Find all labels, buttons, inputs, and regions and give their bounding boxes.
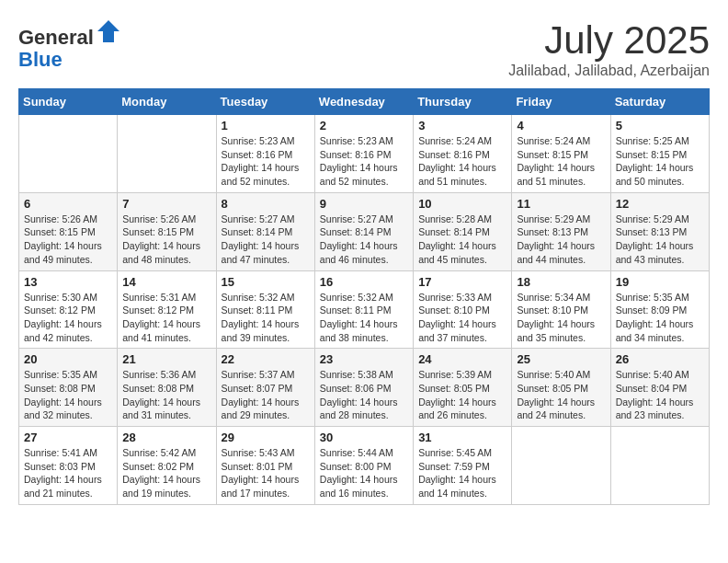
calendar-cell bbox=[118, 115, 216, 193]
day-info: Sunrise: 5:39 AMSunset: 8:05 PMDaylight:… bbox=[418, 368, 506, 422]
day-info: Sunrise: 5:26 AMSunset: 8:15 PMDaylight:… bbox=[122, 213, 210, 267]
day-number: 7 bbox=[122, 197, 210, 211]
day-number: 27 bbox=[24, 431, 112, 444]
calendar-cell bbox=[19, 115, 118, 193]
day-info: Sunrise: 5:33 AMSunset: 8:10 PMDaylight:… bbox=[418, 291, 506, 345]
day-info: Sunrise: 5:26 AMSunset: 8:15 PMDaylight:… bbox=[24, 213, 112, 267]
calendar-cell: 26Sunrise: 5:40 AMSunset: 8:04 PMDayligh… bbox=[610, 349, 709, 427]
day-number: 28 bbox=[122, 431, 210, 444]
day-info: Sunrise: 5:25 AMSunset: 8:15 PMDaylight:… bbox=[616, 134, 704, 189]
day-info: Sunrise: 5:37 AMSunset: 8:07 PMDaylight:… bbox=[222, 368, 310, 422]
svg-marker-0 bbox=[97, 20, 119, 42]
day-info: Sunrise: 5:34 AMSunset: 8:10 PMDaylight:… bbox=[517, 291, 605, 345]
calendar-cell: 2Sunrise: 5:23 AMSunset: 8:16 PMDaylight… bbox=[314, 115, 413, 193]
calendar-week-row: 6Sunrise: 5:26 AMSunset: 8:15 PMDaylight… bbox=[19, 192, 710, 270]
day-number: 5 bbox=[616, 119, 704, 132]
day-info: Sunrise: 5:23 AMSunset: 8:16 PMDaylight:… bbox=[320, 134, 408, 189]
day-info: Sunrise: 5:30 AMSunset: 8:12 PMDaylight:… bbox=[24, 291, 112, 345]
day-info: Sunrise: 5:45 AMSunset: 7:59 PMDaylight:… bbox=[418, 446, 506, 500]
calendar-cell: 15Sunrise: 5:32 AMSunset: 8:11 PMDayligh… bbox=[216, 270, 314, 349]
calendar-cell: 10Sunrise: 5:28 AMSunset: 8:14 PMDayligh… bbox=[414, 192, 512, 270]
day-info: Sunrise: 5:32 AMSunset: 8:11 PMDaylight:… bbox=[320, 291, 408, 345]
calendar-cell: 12Sunrise: 5:29 AMSunset: 8:13 PMDayligh… bbox=[610, 192, 709, 270]
calendar-table: SundayMondayTuesdayWednesdayThursdayFrid… bbox=[18, 88, 710, 505]
day-number: 21 bbox=[122, 352, 210, 366]
calendar-cell: 23Sunrise: 5:38 AMSunset: 8:06 PMDayligh… bbox=[314, 349, 413, 427]
calendar-cell: 24Sunrise: 5:39 AMSunset: 8:05 PMDayligh… bbox=[414, 349, 512, 427]
day-number: 9 bbox=[320, 197, 408, 211]
day-number: 10 bbox=[418, 197, 506, 211]
day-number: 31 bbox=[418, 431, 506, 444]
calendar-cell bbox=[512, 427, 610, 505]
month-title: July 2025 bbox=[508, 18, 710, 63]
calendar-week-row: 27Sunrise: 5:41 AMSunset: 8:03 PMDayligh… bbox=[19, 427, 710, 505]
calendar-cell: 19Sunrise: 5:35 AMSunset: 8:09 PMDayligh… bbox=[610, 270, 709, 349]
weekday-header-sunday: Sunday bbox=[19, 89, 118, 115]
day-number: 16 bbox=[320, 275, 408, 289]
day-number: 1 bbox=[222, 119, 310, 132]
day-number: 8 bbox=[222, 197, 310, 211]
calendar-cell: 5Sunrise: 5:25 AMSunset: 8:15 PMDaylight… bbox=[610, 115, 709, 193]
calendar-cell: 21Sunrise: 5:36 AMSunset: 8:08 PMDayligh… bbox=[118, 349, 216, 427]
day-info: Sunrise: 5:32 AMSunset: 8:11 PMDaylight:… bbox=[222, 291, 310, 345]
calendar-week-row: 1Sunrise: 5:23 AMSunset: 8:16 PMDaylight… bbox=[19, 115, 710, 193]
calendar-cell: 3Sunrise: 5:24 AMSunset: 8:16 PMDaylight… bbox=[414, 115, 512, 193]
calendar-cell: 17Sunrise: 5:33 AMSunset: 8:10 PMDayligh… bbox=[414, 270, 512, 349]
calendar-cell: 6Sunrise: 5:26 AMSunset: 8:15 PMDaylight… bbox=[19, 192, 118, 270]
day-number: 13 bbox=[24, 275, 112, 289]
calendar-cell: 13Sunrise: 5:30 AMSunset: 8:12 PMDayligh… bbox=[19, 270, 118, 349]
calendar-cell: 31Sunrise: 5:45 AMSunset: 7:59 PMDayligh… bbox=[414, 427, 512, 505]
day-info: Sunrise: 5:41 AMSunset: 8:03 PMDaylight:… bbox=[24, 446, 112, 500]
day-number: 12 bbox=[616, 197, 704, 211]
logo: General Blue bbox=[18, 18, 121, 71]
day-number: 24 bbox=[418, 352, 506, 366]
calendar-cell: 29Sunrise: 5:43 AMSunset: 8:01 PMDayligh… bbox=[216, 427, 314, 505]
calendar-cell: 25Sunrise: 5:40 AMSunset: 8:05 PMDayligh… bbox=[512, 349, 610, 427]
calendar-week-row: 13Sunrise: 5:30 AMSunset: 8:12 PMDayligh… bbox=[19, 270, 710, 349]
day-number: 11 bbox=[517, 197, 605, 211]
calendar-week-row: 20Sunrise: 5:35 AMSunset: 8:08 PMDayligh… bbox=[19, 349, 710, 427]
day-info: Sunrise: 5:29 AMSunset: 8:13 PMDaylight:… bbox=[517, 213, 605, 267]
location-title: Jalilabad, Jalilabad, Azerbaijan bbox=[508, 63, 710, 79]
calendar-cell: 14Sunrise: 5:31 AMSunset: 8:12 PMDayligh… bbox=[118, 270, 216, 349]
day-info: Sunrise: 5:28 AMSunset: 8:14 PMDaylight:… bbox=[418, 213, 506, 267]
calendar-cell: 30Sunrise: 5:44 AMSunset: 8:00 PMDayligh… bbox=[314, 427, 413, 505]
calendar-cell: 27Sunrise: 5:41 AMSunset: 8:03 PMDayligh… bbox=[19, 427, 118, 505]
calendar-cell: 18Sunrise: 5:34 AMSunset: 8:10 PMDayligh… bbox=[512, 270, 610, 349]
page-header: General Blue July 2025 Jalilabad, Jalila… bbox=[18, 18, 710, 79]
day-info: Sunrise: 5:40 AMSunset: 8:04 PMDaylight:… bbox=[616, 368, 704, 422]
day-info: Sunrise: 5:29 AMSunset: 8:13 PMDaylight:… bbox=[616, 213, 704, 267]
weekday-header-thursday: Thursday bbox=[414, 89, 512, 115]
calendar-cell: 11Sunrise: 5:29 AMSunset: 8:13 PMDayligh… bbox=[512, 192, 610, 270]
calendar-cell: 9Sunrise: 5:27 AMSunset: 8:14 PMDaylight… bbox=[314, 192, 413, 270]
calendar-cell: 1Sunrise: 5:23 AMSunset: 8:16 PMDaylight… bbox=[216, 115, 314, 193]
calendar-cell: 28Sunrise: 5:42 AMSunset: 8:02 PMDayligh… bbox=[118, 427, 216, 505]
day-info: Sunrise: 5:23 AMSunset: 8:16 PMDaylight:… bbox=[222, 134, 310, 189]
day-number: 19 bbox=[616, 275, 704, 289]
day-info: Sunrise: 5:24 AMSunset: 8:16 PMDaylight:… bbox=[418, 134, 506, 189]
calendar-cell: 8Sunrise: 5:27 AMSunset: 8:14 PMDaylight… bbox=[216, 192, 314, 270]
day-number: 17 bbox=[418, 275, 506, 289]
day-info: Sunrise: 5:27 AMSunset: 8:14 PMDaylight:… bbox=[320, 213, 408, 267]
day-info: Sunrise: 5:43 AMSunset: 8:01 PMDaylight:… bbox=[222, 446, 310, 500]
calendar-cell: 20Sunrise: 5:35 AMSunset: 8:08 PMDayligh… bbox=[19, 349, 118, 427]
weekday-header-friday: Friday bbox=[512, 89, 610, 115]
day-number: 3 bbox=[418, 119, 506, 132]
logo-blue-text: Blue bbox=[18, 48, 63, 71]
day-number: 26 bbox=[616, 352, 704, 366]
day-number: 15 bbox=[222, 275, 310, 289]
calendar-cell: 22Sunrise: 5:37 AMSunset: 8:07 PMDayligh… bbox=[216, 349, 314, 427]
day-number: 2 bbox=[320, 119, 408, 132]
day-info: Sunrise: 5:38 AMSunset: 8:06 PMDaylight:… bbox=[320, 368, 408, 422]
day-info: Sunrise: 5:44 AMSunset: 8:00 PMDaylight:… bbox=[320, 446, 408, 500]
weekday-header-tuesday: Tuesday bbox=[216, 89, 314, 115]
day-info: Sunrise: 5:24 AMSunset: 8:15 PMDaylight:… bbox=[517, 134, 605, 189]
day-number: 22 bbox=[222, 352, 310, 366]
day-number: 20 bbox=[24, 352, 112, 366]
day-info: Sunrise: 5:35 AMSunset: 8:08 PMDaylight:… bbox=[24, 368, 112, 422]
day-info: Sunrise: 5:40 AMSunset: 8:05 PMDaylight:… bbox=[517, 368, 605, 422]
day-info: Sunrise: 5:27 AMSunset: 8:14 PMDaylight:… bbox=[222, 213, 310, 267]
logo-icon bbox=[96, 18, 121, 44]
day-number: 14 bbox=[122, 275, 210, 289]
day-number: 18 bbox=[517, 275, 605, 289]
